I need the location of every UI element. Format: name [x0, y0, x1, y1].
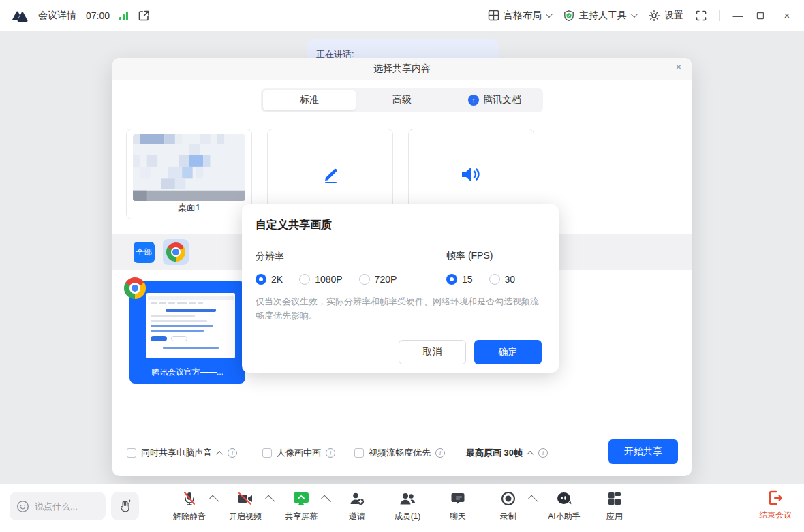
cancel-button[interactable]: 取消 [399, 340, 466, 364]
tool-start-video[interactable]: 开启视频 [220, 490, 270, 522]
tool-share-screen[interactable]: 共享屏幕 [276, 490, 326, 522]
record-icon [500, 490, 516, 507]
network-signal-icon [119, 11, 128, 20]
layout-switch-button[interactable]: 宫格布局 [488, 10, 551, 22]
info-icon[interactable]: i [435, 448, 445, 458]
tool-label: 邀请 [349, 511, 365, 522]
radio-30fps[interactable]: 30 [489, 274, 516, 285]
host-tools-label: 主持人工具 [579, 10, 627, 22]
card-desktop1[interactable]: 桌面1 [126, 129, 252, 219]
gear-icon [648, 10, 660, 22]
radio-1080p[interactable]: 1080P [299, 274, 342, 285]
window-close-button[interactable]: × [781, 10, 793, 21]
quality-selector[interactable]: 最高原画 30帧 i [466, 447, 548, 459]
fullscreen-icon[interactable] [696, 10, 707, 21]
filter-chrome-button[interactable] [163, 239, 189, 265]
microphone-muted-icon [181, 490, 198, 507]
window-maximize-button[interactable] [756, 12, 769, 20]
tencent-meeting-window: 会议详情 07:00 宫格布局 主持人工具 [0, 0, 804, 532]
option-share-computer-audio[interactable]: 同时共享电脑声音 i [127, 447, 237, 459]
raise-hand-button[interactable] [111, 492, 139, 520]
tool-label: 聊天 [450, 511, 466, 522]
desktop-card-label: 桌面1 [127, 202, 251, 214]
radio-selected[interactable] [446, 274, 457, 285]
tab-advanced[interactable]: 高级 [356, 90, 448, 110]
info-icon[interactable]: i [538, 448, 548, 458]
checkbox[interactable] [262, 448, 272, 458]
radio-selected[interactable] [256, 274, 266, 285]
tool-unmute[interactable]: 解除静音 [164, 490, 215, 522]
exit-meeting-icon [767, 490, 784, 506]
checkbox[interactable] [127, 448, 136, 458]
divider [719, 10, 720, 21]
tool-label: 成员(1) [395, 511, 421, 522]
host-tools-button[interactable]: 主持人工具 [563, 10, 636, 22]
tab-standard[interactable]: 标准 [263, 90, 356, 110]
tool-record[interactable]: 录制 [483, 490, 534, 522]
tool-chat[interactable]: 聊天 [433, 490, 483, 522]
tool-members[interactable]: 成员(1) [382, 490, 433, 522]
screen-cast-icon[interactable] [138, 10, 150, 22]
settings-label: 设置 [664, 10, 683, 22]
tencent-meeting-logo-icon [11, 10, 29, 22]
resolution-label: 分辨率 [256, 251, 284, 262]
filter-all-badge[interactable]: 全部 [134, 242, 155, 263]
start-share-button[interactable]: 开始共享 [608, 439, 678, 464]
quick-chat-pill[interactable] [10, 492, 106, 520]
shield-check-icon [563, 10, 575, 22]
custom-quality-popup: 自定义共享画质 分辨率 帧率 (FPS) 2K 1080P 720P [242, 204, 559, 373]
end-meeting-button[interactable]: 结束会议 [759, 490, 792, 521]
dialog-header: 选择共享内容 × [112, 58, 692, 80]
ai-assistant-icon [555, 490, 573, 507]
apps-grid-icon [607, 490, 622, 507]
toolbar-tools: 解除静音 开启视频 共享屏幕 邀请 [164, 490, 640, 522]
chrome-icon [124, 277, 146, 299]
chevron-up-icon[interactable] [216, 450, 223, 457]
bottom-toolbar: 解除静音 开启视频 共享屏幕 邀请 [0, 484, 804, 532]
quick-chat-input[interactable] [35, 501, 96, 512]
confirm-button[interactable]: 确定 [474, 340, 542, 364]
window-item-label: 腾讯会议官方——... [135, 366, 240, 378]
smiley-icon[interactable] [16, 500, 29, 513]
option-label: 同时共享电脑声音 [141, 447, 212, 459]
meeting-details-link[interactable]: 会议详情 [38, 10, 76, 22]
radio-unselected[interactable] [489, 274, 500, 285]
chevron-up-icon[interactable] [527, 450, 534, 457]
radio-15fps[interactable]: 15 [446, 274, 473, 285]
option-label: 人像画中画 [277, 447, 321, 459]
tab-tencent-docs[interactable]: ↑ 腾讯文档 [448, 90, 541, 110]
tool-ai-assistant[interactable]: AI小助手 [539, 490, 589, 522]
fps-label: 帧率 (FPS) [446, 250, 493, 262]
grid-layout-icon [488, 10, 499, 21]
top-bar: 会议详情 07:00 宫格布局 主持人工具 [0, 0, 804, 31]
checkbox[interactable] [354, 448, 364, 458]
settings-button[interactable]: 设置 [648, 10, 683, 22]
info-icon[interactable]: i [326, 448, 335, 458]
option-portrait-pip[interactable]: 人像画中画 i [262, 447, 335, 459]
chevron-down-icon [631, 11, 638, 18]
radio-label: 1080P [315, 274, 342, 285]
tab-label: 腾讯文档 [483, 94, 521, 106]
window-minimize-button[interactable]: — [732, 10, 744, 21]
window-item-chrome[interactable]: 腾讯会议官方——... [129, 281, 245, 384]
share-tabs: 标准 高级 ↑ 腾讯文档 [261, 88, 543, 112]
tool-apps[interactable]: 应用 [589, 490, 640, 522]
tool-invite[interactable]: 邀请 [332, 490, 382, 522]
info-icon[interactable]: i [228, 448, 237, 458]
radio-unselected[interactable] [359, 274, 370, 285]
radio-label: 720P [375, 274, 397, 285]
tool-label: 共享屏幕 [285, 511, 318, 522]
camera-off-icon [236, 490, 254, 507]
radio-unselected[interactable] [299, 274, 310, 285]
radio-720p[interactable]: 720P [359, 274, 397, 285]
option-video-fluency[interactable]: 视频流畅度优先 i [354, 447, 445, 459]
tool-label: 录制 [500, 511, 516, 522]
share-options-row: 同时共享电脑声音 i 人像画中画 i 视频流畅度优先 i 最高原画 30帧 [112, 439, 692, 467]
tab-label: 标准 [300, 94, 319, 106]
radio-2k[interactable]: 2K [256, 274, 283, 285]
popup-title: 自定义共享画质 [256, 218, 545, 232]
popup-note: 仅当次会议生效，实际分辨率和帧率受硬件、网络环境和是否勾选视频流畅度优先影响。 [256, 294, 544, 324]
option-label: 视频流畅度优先 [369, 447, 431, 459]
chat-bubble-icon [450, 490, 466, 507]
close-icon[interactable]: × [675, 61, 682, 73]
